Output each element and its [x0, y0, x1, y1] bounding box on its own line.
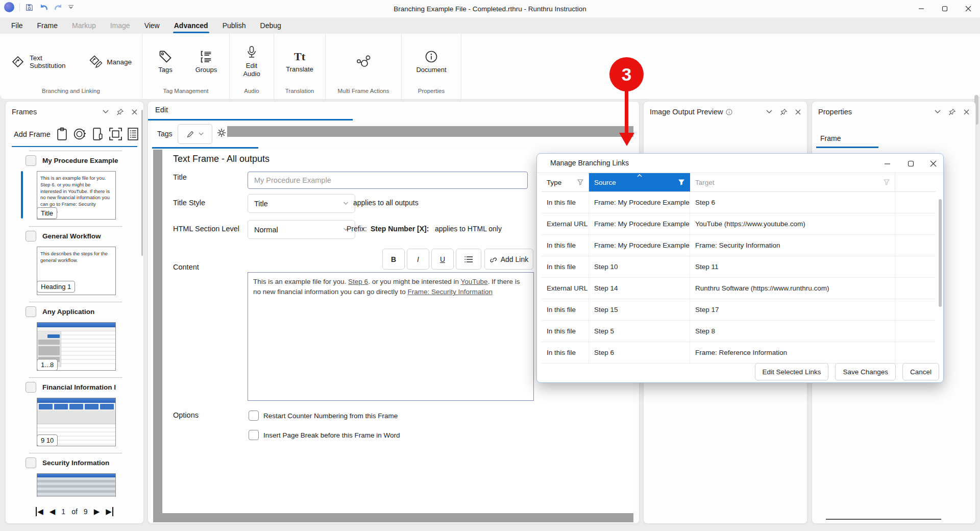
edit-audio-button[interactable]: Edit Audio — [233, 43, 271, 81]
title-input[interactable] — [248, 172, 528, 189]
table-row[interactable]: In this fileStep 5Step 8 — [542, 321, 936, 342]
chevron-down-icon[interactable] — [766, 110, 772, 114]
pin-icon[interactable] — [780, 109, 787, 115]
close-icon[interactable] — [795, 109, 801, 115]
list-page-icon[interactable] — [127, 127, 139, 141]
close-icon[interactable] — [132, 109, 137, 115]
html-section-select[interactable]: Normal — [248, 220, 355, 239]
frame-checkbox[interactable] — [26, 457, 36, 468]
frame-thumbnail[interactable] — [37, 473, 116, 497]
multi-frame-actions-button[interactable] — [345, 52, 382, 71]
table-row[interactable]: In this fileStep 10Step 11 — [542, 256, 936, 278]
save-icon[interactable] — [25, 3, 34, 12]
table-row[interactable]: In this fileStep 15Step 17 — [542, 299, 936, 321]
frame-thumbnail[interactable]: 9 10 — [37, 398, 116, 446]
manage-button[interactable]: Manage — [82, 50, 137, 74]
frame-checkbox[interactable] — [26, 382, 36, 393]
menu-item-debug[interactable]: Debug — [254, 19, 287, 32]
frame-list-scrollbar[interactable] — [141, 110, 143, 256]
filter-icon[interactable] — [577, 179, 583, 185]
frame-item[interactable]: General Workflow This describes the step… — [9, 226, 140, 302]
menu-item-publish[interactable]: Publish — [216, 19, 252, 32]
bottom-scrollbar[interactable] — [153, 513, 633, 522]
frame-thumbnail[interactable]: This describes the steps for the general… — [37, 247, 116, 295]
app-logo-icon[interactable] — [4, 2, 14, 12]
tags-tab-label[interactable]: Tags — [157, 130, 173, 138]
horizontal-scrollbar[interactable] — [227, 126, 633, 137]
tab-frame[interactable]: Frame — [820, 134, 841, 142]
table-row[interactable]: In this fileStep 6Frame: Reference Infor… — [542, 342, 936, 364]
table-row[interactable]: In this fileFrame: My Procedure ExampleF… — [542, 235, 936, 256]
undo-icon[interactable] — [39, 3, 48, 12]
tags-button[interactable]: Tags — [146, 47, 184, 76]
add-link-button[interactable]: Add Link — [484, 249, 533, 270]
table-row[interactable]: In this fileFrame: My Procedure ExampleS… — [542, 192, 936, 213]
close-icon[interactable] — [964, 109, 969, 115]
menu-item-advanced[interactable]: Advanced — [168, 19, 214, 32]
menu-item-view[interactable]: View — [138, 19, 166, 32]
frame-item[interactable]: Security Information — [9, 453, 140, 497]
chevron-down-icon[interactable] — [935, 110, 941, 114]
edit-tags-button[interactable] — [178, 124, 212, 144]
column-header-target[interactable]: Target — [690, 173, 895, 192]
vertical-scrollbar[interactable] — [153, 150, 162, 513]
cancel-button[interactable]: Cancel — [902, 363, 939, 380]
frame-thumbnail[interactable]: 1...8 — [37, 322, 116, 371]
filter-icon[interactable] — [884, 179, 890, 185]
content-link[interactable]: Step 6 — [348, 278, 368, 285]
toolbar-dropdown-icon[interactable] — [68, 5, 74, 9]
clipboard-icon[interactable] — [56, 127, 68, 141]
edit-selected-links-button[interactable]: Edit Selected Links — [755, 363, 829, 380]
content-editor[interactable]: This is an example file for you. Step 6.… — [248, 272, 534, 401]
column-header-type[interactable]: Type — [542, 173, 589, 192]
title-style-select[interactable]: Title — [248, 194, 355, 213]
minimize-button[interactable] — [910, 0, 933, 17]
content-link[interactable]: Frame: Security Information — [407, 288, 493, 296]
dialog-minimize-button[interactable] — [881, 157, 893, 170]
dialog-close-button[interactable] — [927, 157, 939, 170]
maximize-button[interactable] — [933, 0, 957, 17]
bold-button[interactable]: B — [382, 249, 405, 270]
column-header-source[interactable]: Source — [589, 173, 690, 192]
filter-icon[interactable] — [678, 179, 684, 185]
bullet-list-button[interactable] — [456, 249, 481, 270]
info-icon[interactable] — [726, 109, 732, 115]
last-page-button[interactable]: ▶ — [106, 507, 113, 516]
groups-button[interactable]: Groups — [187, 47, 225, 76]
pin-icon[interactable] — [949, 109, 955, 115]
frame-checkbox[interactable] — [26, 231, 36, 242]
menu-item-file[interactable]: File — [5, 19, 29, 32]
previous-page-button[interactable]: ◀ — [50, 507, 56, 516]
dialog-scrollbar[interactable] — [939, 192, 942, 359]
document-button[interactable]: Document — [411, 47, 451, 76]
capture-circle-icon[interactable] — [73, 127, 87, 141]
table-row[interactable]: External URLStep 14Runthru Software (htt… — [542, 278, 936, 299]
text-substitution-button[interactable]: Text Substitution — [5, 50, 79, 74]
chevron-down-icon[interactable] — [103, 110, 109, 114]
frame-item[interactable]: Financial Information I 9 10 — [9, 377, 140, 453]
content-link[interactable]: YouTube — [460, 278, 487, 285]
italic-button[interactable]: I — [407, 249, 429, 270]
translate-button[interactable]: Tt Translate — [281, 48, 318, 76]
gear-icon[interactable] — [216, 128, 227, 138]
restart-numbering-checkbox[interactable] — [249, 411, 259, 421]
frame-list[interactable]: My Procedure Example This is an example … — [9, 151, 140, 497]
save-changes-button[interactable]: Save Changes — [835, 363, 896, 380]
frame-item[interactable]: Any Application 1...8 — [9, 302, 140, 377]
page-break-checkbox[interactable] — [249, 430, 259, 440]
underline-button[interactable]: U — [431, 249, 454, 270]
crop-frame-icon[interactable] — [109, 127, 122, 141]
table-row[interactable]: External URLFrame: My Procedure ExampleY… — [542, 213, 936, 235]
page-device-icon[interactable] — [91, 127, 104, 141]
menu-item-frame[interactable]: Frame — [31, 19, 64, 32]
panel-resize-divider[interactable] — [826, 519, 941, 520]
tab-edit[interactable]: Edit — [155, 106, 168, 114]
redo-icon[interactable] — [54, 3, 63, 12]
dialog-maximize-button[interactable] — [904, 157, 917, 170]
frame-thumbnail[interactable]: This is an example file for you. Step 6.… — [37, 171, 116, 220]
next-page-button[interactable]: ▶ — [94, 507, 100, 516]
frame-item[interactable]: My Procedure Example This is an example … — [9, 151, 140, 226]
first-page-button[interactable]: ◀ — [36, 507, 43, 516]
frame-checkbox[interactable] — [26, 306, 36, 317]
frame-checkbox[interactable] — [26, 155, 36, 166]
